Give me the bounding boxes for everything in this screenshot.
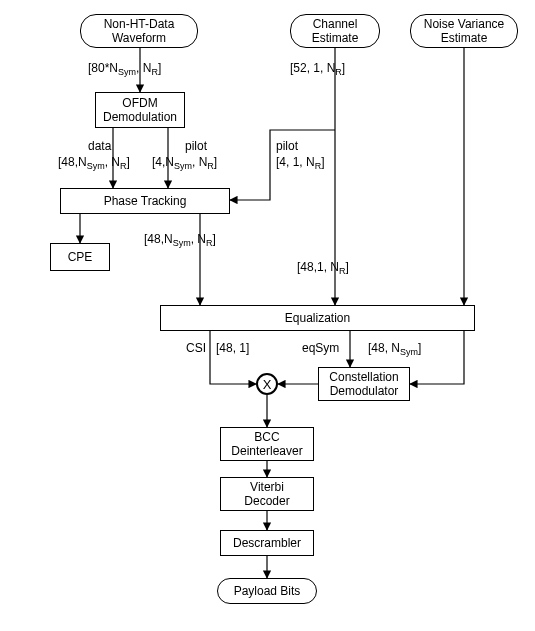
constellation-demodulator-block: Constellation Demodulator [318, 367, 410, 401]
label-data: data [88, 140, 111, 153]
label-pilot-a: pilot [185, 140, 207, 153]
channel-estimate-input: Channel Estimate [290, 14, 380, 48]
equalization-block: Equalization [160, 305, 475, 331]
dim-4-nsym-nr: [4,NSym, NR] [152, 156, 217, 172]
dim-48-1: [48, 1] [216, 342, 249, 355]
dim-4-1-nr: [4, 1, NR] [276, 156, 325, 172]
phase-tracking-block: Phase Tracking [60, 188, 230, 214]
descrambler-block: Descrambler [220, 530, 314, 556]
dim-52-1-nr: [52, 1, NR] [290, 62, 345, 78]
payload-bits-output: Payload Bits [217, 578, 317, 604]
label-eqsym: eqSym [302, 342, 339, 355]
ofdm-demodulation-block: OFDM Demodulation [95, 92, 185, 128]
dim-48-nsym-nr-b: [48,NSym, NR] [144, 233, 216, 249]
noise-variance-estimate-input: Noise Variance Estimate [410, 14, 518, 48]
viterbi-decoder-block: Viterbi Decoder [220, 477, 314, 511]
cpe-output: CPE [50, 243, 110, 271]
dim-48-1-nr: [48,1, NR] [297, 261, 349, 277]
dim-80nsym-nr: [80*NSym, NR] [88, 62, 161, 78]
multiply-node: X [256, 373, 278, 395]
bcc-deinterleaver-block: BCC Deinterleaver [220, 427, 314, 461]
label-pilot-b: pilot [276, 140, 298, 153]
nonht-data-waveform-input: Non-HT-Data Waveform [80, 14, 198, 48]
dim-48-nsym-c: [48, NSym] [368, 342, 421, 358]
label-csi: CSI [186, 342, 206, 355]
dim-48-nsym-nr-a: [48,NSym, NR] [58, 156, 130, 172]
